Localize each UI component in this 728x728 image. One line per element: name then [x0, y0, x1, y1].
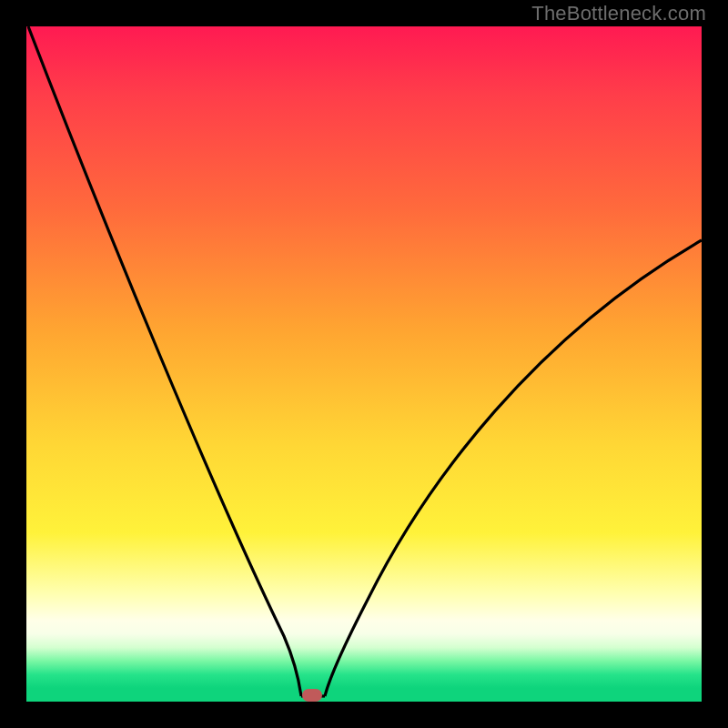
- plot-area: [26, 26, 702, 702]
- watermark-text: TheBottleneck.com: [531, 2, 706, 25]
- optimal-marker: [302, 689, 322, 702]
- bottleneck-curve: [26, 26, 702, 702]
- chart-frame: TheBottleneck.com: [0, 0, 728, 728]
- curve-right: [325, 240, 702, 696]
- curve-left: [28, 26, 301, 696]
